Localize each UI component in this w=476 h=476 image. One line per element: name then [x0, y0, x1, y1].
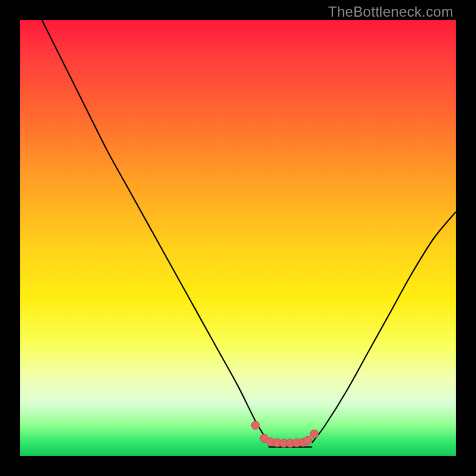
watermark-text: TheBottleneck.com: [328, 4, 453, 20]
chart-frame: TheBottleneck.com: [0, 0, 476, 476]
highlight-marker: [303, 436, 312, 444]
highlight-markers: [251, 421, 318, 447]
highlight-marker: [310, 430, 318, 438]
highlight-marker: [251, 421, 259, 430]
plot-area: [20, 20, 456, 456]
curve-left-branch: [42, 20, 269, 443]
chart-svg: [20, 20, 456, 456]
curve-right-branch: [312, 212, 456, 443]
